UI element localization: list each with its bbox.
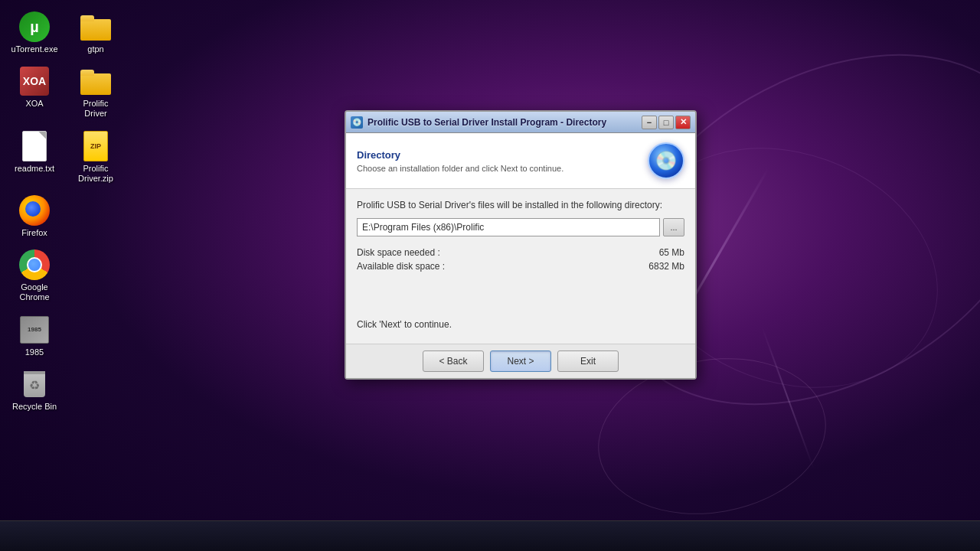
disk-available-label: Available disk space : <box>357 261 445 272</box>
desktop: µ uTorrent.exe gtpn XOA XOA <box>0 0 980 551</box>
installer-dialog: 💿 Prolific USB to Serial Driver Install … <box>345 110 697 380</box>
close-button[interactable]: ✕ <box>675 116 691 129</box>
install-description: Prolific USB to Serial Driver's files wi… <box>357 200 684 210</box>
dialog-footer: < Back Next > Exit <box>346 344 695 378</box>
dialog-header-cd-icon: 💿 <box>648 142 684 179</box>
minimize-button[interactable]: − <box>642 116 657 129</box>
dialog-body: Prolific USB to Serial Driver's files wi… <box>346 189 695 344</box>
dialog-title: Prolific USB to Serial Driver Install Pr… <box>368 117 642 128</box>
browse-button[interactable]: ... <box>663 218 684 236</box>
dialog-section-title: Directory <box>357 149 648 161</box>
disk-needed-row: Disk space needed : 65 Mb <box>357 246 684 259</box>
maximize-button[interactable]: □ <box>658 116 674 129</box>
dialog-titlebar-icon: 💿 <box>351 116 363 129</box>
path-row: ... <box>357 218 684 236</box>
install-path-input[interactable] <box>357 218 660 236</box>
click-next-message: Click 'Next' to continue. <box>357 319 684 330</box>
disk-needed-label: Disk space needed : <box>357 247 440 258</box>
disk-needed-value: 65 Mb <box>659 247 684 258</box>
dialog-header-text: Directory Choose an installation folder … <box>357 149 648 173</box>
next-button[interactable]: Next > <box>490 350 551 372</box>
dialog-section-subtitle: Choose an installation folder and click … <box>357 164 648 173</box>
dialog-titlebar: 💿 Prolific USB to Serial Driver Install … <box>346 112 695 133</box>
back-button[interactable]: < Back <box>423 350 484 372</box>
taskbar <box>0 520 980 551</box>
dialog-overlay: 💿 Prolific USB to Serial Driver Install … <box>0 0 980 551</box>
disk-info: Disk space needed : 65 Mb Available disk… <box>357 246 684 273</box>
exit-button[interactable]: Exit <box>557 350 619 372</box>
dialog-header: Directory Choose an installation folder … <box>346 133 695 189</box>
disk-available-row: Available disk space : 6832 Mb <box>357 259 684 273</box>
disk-available-value: 6832 Mb <box>648 261 684 272</box>
dialog-window-controls: − □ ✕ <box>642 116 691 129</box>
